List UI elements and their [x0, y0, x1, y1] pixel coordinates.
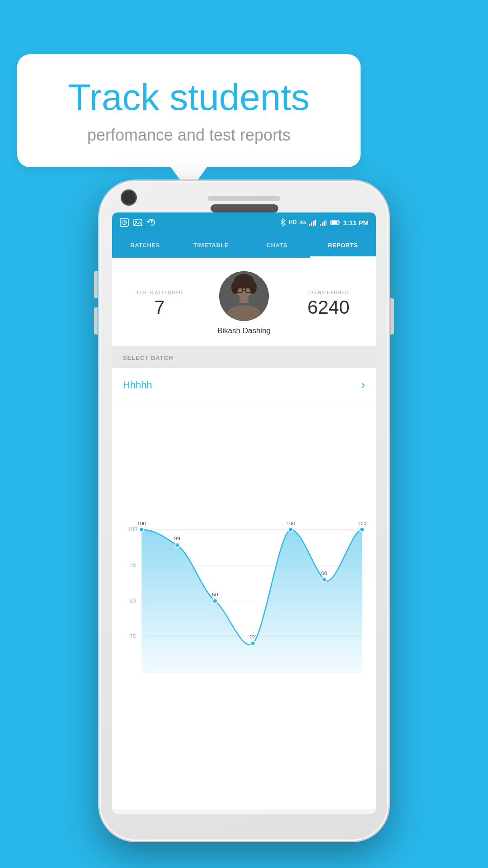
power-button [390, 298, 394, 335]
svg-rect-12 [313, 221, 314, 226]
svg-point-26 [231, 281, 239, 294]
speaker-grille [208, 196, 280, 201]
svg-rect-13 [314, 220, 316, 226]
sync-icon [146, 217, 156, 227]
svg-rect-20 [339, 222, 340, 223]
y-label-50: 50 [129, 597, 136, 604]
phone-screen: HD 4G [112, 212, 376, 814]
svg-rect-10 [309, 224, 310, 226]
chart-val-1: 89 [174, 535, 181, 542]
svg-rect-11 [311, 222, 312, 226]
profile-name: Bikash Dashing [217, 326, 271, 335]
chart-val-2: 50 [212, 591, 218, 598]
svg-rect-19 [332, 221, 338, 224]
chart-point-6 [360, 528, 364, 532]
svg-rect-15 [322, 222, 323, 226]
tests-attended-label: TESTS ATTENDED [121, 290, 198, 295]
widget-icon [119, 217, 129, 227]
chart-val-0: 100 [137, 520, 146, 527]
performance-chart: 100 75 50 25 [119, 411, 369, 805]
chart-val-5: 60 [321, 570, 328, 576]
svg-point-27 [249, 281, 257, 294]
chart-point-3 [251, 641, 255, 646]
chart-point-0 [139, 528, 144, 532]
tab-timetable[interactable]: TIMETABLE [178, 232, 244, 258]
svg-rect-14 [320, 224, 321, 226]
chart-point-4 [289, 528, 293, 532]
tests-attended-value: 7 [121, 298, 198, 317]
select-batch-label: SELECT BATCH [123, 354, 173, 361]
y-label-75: 75 [129, 561, 136, 568]
app-background: Track students perfomance and test repor… [0, 0, 488, 868]
phone-mockup: HD 4G [99, 181, 389, 841]
chart-val-3: 22 [250, 633, 256, 640]
chart-area: 100 75 50 25 [112, 402, 376, 809]
tab-batches[interactable]: BATCHES [112, 232, 178, 258]
svg-point-5 [135, 221, 137, 222]
profile-section: TESTS ATTENDED 7 [112, 258, 376, 346]
status-bar: HD 4G [112, 212, 376, 232]
profile-center: Bikash Dashing [198, 271, 290, 335]
speech-bubble: Track students perfomance and test repor… [17, 54, 361, 167]
network-label: HD [289, 219, 296, 226]
coins-earned-value: 6240 [290, 298, 367, 317]
navigation-tabs: BATCHES TIMETABLE CHATS REPORTS [112, 232, 376, 258]
coins-earned-block: COINS EARNED 6240 [290, 290, 367, 317]
subtext: perfomance and test reports [44, 126, 333, 145]
status-bar-left-icons [119, 217, 156, 227]
image-icon [133, 217, 143, 227]
network-type: 4G [300, 220, 306, 225]
tab-reports[interactable]: REPORTS [310, 232, 376, 258]
tab-chats[interactable]: CHATS [244, 232, 310, 258]
chart-val-4: 100 [286, 520, 296, 527]
select-batch-bar: SELECT BATCH [112, 347, 376, 368]
bluetooth-icon [280, 218, 286, 226]
time-display: 1:11 PM [343, 219, 369, 226]
signal-icon-2 [319, 219, 328, 226]
phone-shell: HD 4G [99, 181, 389, 841]
front-camera [122, 191, 136, 204]
earpiece [211, 204, 278, 212]
batch-name: Hhhhh [123, 379, 152, 391]
signal-icon-1 [309, 219, 317, 226]
chevron-right-icon: › [361, 378, 365, 392]
chart-val-6: 100 [357, 520, 366, 527]
y-label-25: 25 [129, 633, 136, 640]
volume-down-button [94, 307, 98, 335]
batch-item[interactable]: Hhhhh › [112, 368, 376, 402]
battery-icon [330, 219, 340, 226]
avatar [219, 271, 269, 321]
chart-point-2 [213, 599, 217, 603]
y-label-100: 100 [128, 526, 137, 533]
chart-point-1 [175, 543, 179, 547]
coins-earned-label: COINS EARNED [290, 290, 367, 295]
volume-up-button [94, 271, 98, 298]
chart-point-5 [322, 577, 327, 582]
status-bar-right-icons: HD 4G [280, 218, 369, 226]
svg-rect-23 [239, 297, 249, 303]
svg-rect-17 [325, 220, 327, 226]
svg-rect-16 [324, 221, 325, 226]
tests-attended-block: TESTS ATTENDED 7 [121, 290, 198, 317]
headline-text: Track students [44, 77, 333, 118]
svg-rect-4 [134, 219, 142, 226]
